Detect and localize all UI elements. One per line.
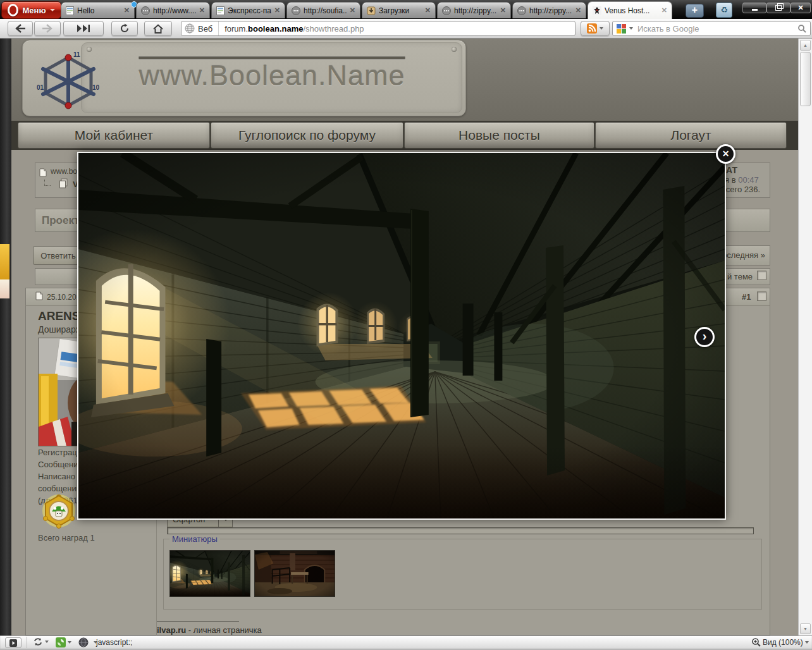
url-text: forum.boolean.name/showthread.php (225, 24, 364, 34)
tab-www[interactable]: http://www.... ✕ (136, 2, 210, 18)
tab-close-icon[interactable]: ✕ (500, 7, 506, 14)
fast-forward-button[interactable] (63, 21, 104, 36)
tab-close-icon[interactable]: ✕ (274, 7, 280, 14)
tab-close-icon[interactable]: ✕ (575, 7, 581, 14)
post-select-checkbox[interactable] (757, 291, 766, 301)
nav-new-posts[interactable]: Новые посты (404, 122, 594, 149)
tab-label: http://www.... (153, 6, 196, 15)
reload-icon (120, 23, 130, 34)
page-icon (35, 291, 43, 300)
new-tab-button[interactable]: + (686, 4, 704, 18)
tab-soufia[interactable]: http://soufia... ✕ (286, 2, 360, 18)
scroll-down-button[interactable]: ▼ (800, 623, 811, 634)
thumbnails-fieldset (163, 539, 762, 610)
field-divider (218, 21, 219, 35)
closed-tabs-trash-button[interactable]: ♻ (716, 3, 732, 18)
tab-label: http://zippy... (454, 6, 497, 15)
tab-hello[interactable]: Hello ✕ (61, 2, 135, 18)
thumbnail-attic[interactable] (169, 550, 250, 597)
tab-close-icon[interactable]: ✕ (661, 7, 667, 14)
thumbnail-attic-image (170, 551, 250, 596)
tab-venus-active[interactable]: Venus Host... ✕ (587, 1, 672, 19)
globe-icon (442, 6, 451, 15)
home-button[interactable] (144, 21, 172, 36)
tab-close-icon[interactable]: ✕ (350, 7, 355, 14)
search-icon[interactable] (797, 24, 806, 33)
thread-info-bold: АТ (726, 165, 737, 175)
tab-zippy-2[interactable]: http://zippy... ✕ (512, 2, 586, 18)
nav-my-cabinet[interactable]: Мой кабинет (18, 122, 210, 149)
thumbnail-basement[interactable] (254, 550, 335, 597)
tab-close-icon[interactable]: ✕ (124, 7, 130, 14)
tab-close-icon[interactable]: ✕ (425, 7, 431, 14)
rss-icon (587, 23, 597, 34)
search-input[interactable] (636, 23, 794, 34)
search-box (612, 21, 811, 36)
inline-text-field[interactable] (167, 527, 754, 534)
tree-elbow-icon (44, 180, 51, 186)
minimize-icon (752, 9, 758, 11)
tab-express[interactable]: Экспресс-па... ✕ (211, 2, 285, 18)
zoom-control[interactable]: Вид (100%) (751, 637, 809, 647)
sync-button[interactable] (33, 637, 49, 646)
back-icon (15, 24, 26, 33)
zoom-level-label: Вид (100%) (763, 638, 803, 647)
screw-icon (452, 47, 457, 52)
window-minimize-button[interactable] (742, 3, 766, 13)
search-in-thread-checkbox[interactable] (757, 271, 766, 280)
cube-label-10: 10 (92, 84, 100, 91)
site-globe-icon (185, 23, 195, 34)
status-link-text: javascript:; (96, 638, 132, 647)
back-button[interactable] (8, 21, 33, 36)
tab-downloads[interactable]: Загрузки ✕ (362, 2, 436, 18)
boolean-cube-logo-icon: 11 01 10 (37, 51, 100, 110)
scroll-up-button[interactable]: ▲ (800, 40, 811, 51)
window-restore-button[interactable] (766, 3, 790, 13)
turbo-button[interactable] (78, 637, 97, 647)
post-date: 25.10.201 (47, 293, 80, 302)
window-close-button[interactable]: ✕ (790, 3, 811, 13)
opera-menu-button[interactable]: Меню (1, 1, 61, 19)
thread-info-time-line: я в 00:47 (725, 175, 759, 185)
lightbox-next-button[interactable]: › (694, 327, 715, 347)
panels-toggle-button[interactable] (5, 637, 22, 648)
thumbnails-legend: Миниатюры (169, 534, 220, 544)
unite-button[interactable] (56, 637, 71, 647)
thumbnail-basement-image (255, 551, 335, 596)
dropdown-icon (600, 27, 603, 30)
reply-button[interactable]: Ответить (33, 246, 83, 265)
user-stat-line: Написано (38, 472, 75, 481)
tab-label: Hello (77, 6, 121, 15)
page-icon (39, 168, 47, 177)
signature-link[interactable]: ilvap.ru (157, 625, 186, 635)
scrollbar-thumb[interactable] (800, 52, 811, 106)
lightbox-image-viewer[interactable] (77, 152, 726, 520)
search-in-thread-label[interactable]: й теме (727, 272, 753, 281)
panel-peek-light (0, 279, 9, 298)
tab-close-icon[interactable]: ✕ (199, 7, 205, 14)
lightbox-close-button[interactable]: ✕ (716, 144, 735, 164)
tab-label: Venus Host... (605, 6, 658, 15)
pagination-last-link[interactable]: оследняя » (722, 250, 765, 260)
site-logo-text[interactable]: www.Boolean.Name (95, 59, 449, 92)
page-icon (216, 6, 225, 15)
signature-text: ilvap.ru - личная страничка (157, 625, 262, 635)
thread-info-time: 00:47 (738, 175, 759, 185)
nav-logout[interactable]: Логаут (595, 122, 787, 149)
vertical-scrollbar[interactable] (798, 39, 812, 635)
nav-google-search[interactable]: Гуглопоиск по форуму (211, 122, 403, 149)
venus-favicon (593, 6, 601, 15)
rss-button[interactable] (581, 21, 610, 36)
award-medal-icon[interactable] (40, 492, 77, 530)
forward-button[interactable] (34, 21, 61, 36)
reload-button[interactable] (111, 21, 138, 36)
tab-zippy-1[interactable]: http://zippy... ✕ (437, 2, 511, 18)
url-field[interactable]: Веб forum.boolean.name/showthread.php (181, 21, 575, 36)
dropdown-icon[interactable] (629, 27, 633, 30)
downloads-icon (367, 6, 376, 15)
panel-peek-yellow (0, 244, 9, 279)
user-stat-line: Регистраци (38, 448, 82, 457)
chevron-down-icon (50, 9, 55, 11)
tab-bar: Меню Hello ✕ http://www.... ✕ Экспресс-п… (0, 0, 812, 19)
post-number[interactable]: #1 (742, 292, 751, 302)
